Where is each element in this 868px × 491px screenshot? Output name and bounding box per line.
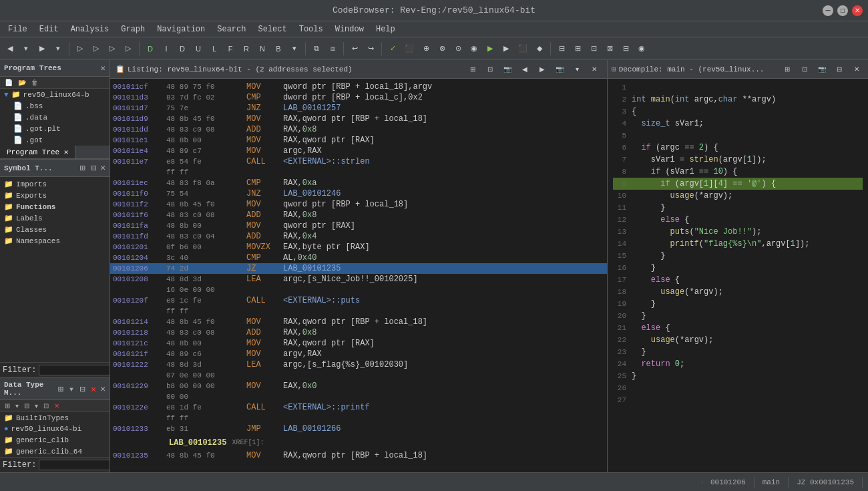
tb-misc1[interactable]: ⊟ [554, 41, 569, 56]
listing-content[interactable]: 001011cf 48 89 75 f0 MOV qword ptr [RBP … [110, 79, 607, 472]
table-row[interactable]: 0010121c 48 8b 00 MOV RAX,qword ptr [RAX… [110, 338, 607, 349]
tb-misc6[interactable]: ◉ [634, 41, 649, 56]
listing-btn2[interactable]: ⊡ [483, 62, 497, 77]
menu-select[interactable]: Select [252, 23, 292, 35]
table-row[interactable]: 001011d9 48 8b 45 f0 MOV RAX,qword ptr [… [110, 114, 607, 124]
listing-snapshot[interactable]: 📷 [500, 62, 515, 77]
sym-labels[interactable]: 📁Labels [0, 212, 110, 224]
dtm-btn4[interactable]: ✕ [89, 383, 97, 395]
symbol-tree-close[interactable]: ✕ [100, 162, 105, 174]
tb-diamond[interactable]: ◆ [532, 41, 547, 56]
table-row[interactable]: 001011e4 48 89 c7 MOV argc,RAX [110, 146, 607, 156]
table-row[interactable]: 001011f0 75 54 JNZ LAB_00101246 [110, 188, 607, 199]
decompiler-btn2[interactable]: ⊡ [797, 62, 812, 77]
table-row[interactable]: 00101229 b8 00 00 00 MOV EAX,0x0 [110, 381, 607, 391]
sym-imports[interactable]: 📁Imports [0, 178, 110, 190]
table-row[interactable]: 07 0e 00 00 [110, 370, 607, 381]
tb-n[interactable]: N [255, 41, 270, 56]
decompiler-snapshot[interactable]: 📷 [815, 62, 829, 77]
table-row[interactable]: 00101235 48 8b 45 f0 MOV RAX,qword ptr [… [110, 450, 607, 461]
table-row[interactable]: 00101214 48 8b 45 f0 MOV RAX,qword ptr [… [110, 317, 607, 327]
tb-s4[interactable]: ◉ [467, 41, 481, 56]
decompiler-content[interactable]: 1 2 int main(int argc,char **argv) 3 { 4… [608, 79, 868, 472]
sym-functions[interactable]: 📁Functions [0, 201, 110, 212]
tb-redo2[interactable]: ↪ [363, 41, 378, 56]
table-row[interactable]: 0010120f e8 1c fe CALL <EXTERNAL>::puts [110, 295, 607, 306]
decompiler-close[interactable]: ✕ [849, 62, 864, 77]
dtm-gclib[interactable]: 📁generic_clib [0, 434, 110, 446]
table-row[interactable]: 00101233 eb 31 JMP LAB_00101266 [110, 424, 607, 434]
table-row[interactable]: ff ff [110, 413, 607, 424]
sym-namespaces[interactable]: 📁Namespaces [0, 235, 110, 247]
tb-bookmark[interactable]: ⬛ [401, 41, 417, 56]
symbol-tree-filter[interactable] [39, 365, 110, 375]
tree-data[interactable]: 📄 .data [0, 112, 110, 123]
dtm-btn3[interactable]: ⊟ [78, 383, 86, 395]
listing-cam[interactable]: 📷 [552, 62, 567, 77]
dtm-tool5[interactable]: ⊡ [41, 401, 51, 410]
table-row-selected[interactable]: 00101206 74 2d JZ LAB_00101235 [110, 263, 607, 274]
tree-gotplt[interactable]: 📄 .got.plt [0, 123, 110, 134]
table-row[interactable]: 00101201 0f b6 00 MOVZX EAX,byte ptr [RA… [110, 242, 607, 253]
menu-window[interactable]: Window [330, 23, 369, 35]
minimize-button[interactable]: ─ [823, 5, 833, 16]
table-row[interactable]: 001011ec 48 83 f8 0a CMP RAX,0xa [110, 178, 607, 188]
tb-r[interactable]: R [239, 41, 254, 56]
tb-play[interactable]: ▶ [483, 41, 497, 56]
tb-undo2[interactable]: ↩ [347, 41, 362, 56]
tb-s2[interactable]: ⊗ [435, 41, 449, 56]
pt-new[interactable]: 📄 [3, 78, 15, 87]
tb-b[interactable]: B [271, 41, 286, 56]
table-row[interactable]: 001011dd 48 83 c0 08 ADD RAX,0x8 [110, 124, 607, 135]
tb-btn3[interactable]: ▷ [105, 41, 120, 56]
tb-undo[interactable]: D [143, 41, 158, 56]
table-row[interactable]: 001011cf 48 89 75 f0 MOV qword ptr [RBP … [110, 81, 607, 92]
table-row[interactable]: 001011fd 48 83 c0 04 ADD RAX,0x4 [110, 231, 607, 242]
table-row[interactable]: ff ff [110, 167, 607, 178]
dtm-tool6[interactable]: ✕ [52, 401, 61, 410]
tb-d[interactable]: D [175, 41, 190, 56]
table-row[interactable]: 0010121f 48 89 c6 MOV argv,RAX [110, 349, 607, 359]
forward-button[interactable]: ▶ [35, 41, 49, 56]
dtm-builtins[interactable]: 📁BuiltInTypes [0, 412, 110, 424]
tb-misc5[interactable]: ⊟ [618, 41, 633, 56]
sym-exports[interactable]: 📁Exports [0, 190, 110, 201]
forward-dropdown[interactable]: ▾ [51, 41, 65, 56]
menu-edit[interactable]: Edit [34, 23, 64, 35]
tb-check[interactable]: ✓ [385, 41, 400, 56]
tb-btn4[interactable]: ▷ [121, 41, 136, 56]
listing-nav1[interactable]: ◀ [517, 62, 532, 77]
table-row[interactable]: 001011fa 48 8b 00 MOV qword ptr [RAX] [110, 220, 607, 231]
menu-graph[interactable]: Graph [116, 23, 150, 35]
menu-file[interactable]: File [3, 23, 33, 35]
dtm-btn2[interactable]: ▾ [67, 383, 75, 395]
pt-open[interactable]: 📂 [16, 78, 28, 87]
back-dropdown[interactable]: ▾ [19, 41, 33, 56]
listing-btn1[interactable]: ⊞ [465, 62, 480, 77]
table-row[interactable]: 16 0e 00 00 [110, 285, 607, 295]
table-row[interactable]: 001011d3 83 7d fc 02 CMP dword ptr [RBP … [110, 92, 607, 103]
listing-drop[interactable]: ▾ [570, 62, 584, 77]
table-row[interactable]: 001011f2 48 8b 45 f0 MOV qword ptr [RBP … [110, 199, 607, 210]
listing-nav2[interactable]: ▶ [535, 62, 550, 77]
tb-stop[interactable]: ⬛ [515, 41, 531, 56]
menu-help[interactable]: Help [371, 23, 401, 35]
dtm-close[interactable]: ✕ [100, 383, 105, 395]
table-row[interactable]: 001011e7 e8 54 fe CALL <EXTERNAL>::strle… [110, 156, 607, 167]
menu-analysis[interactable]: Analysis [65, 23, 115, 35]
pt-del[interactable]: 🗑 [29, 78, 40, 87]
tb-l[interactable]: L [207, 41, 222, 56]
table-row[interactable]: 001011d7 75 7e JNZ LAB_00101257 [110, 103, 607, 114]
sym-tree-btn2[interactable]: ⊟ [89, 162, 97, 174]
program-trees-close[interactable]: ✕ [100, 63, 105, 73]
sym-tree-btn1[interactable]: ⊞ [78, 162, 86, 174]
tb-paste[interactable]: ⧈ [325, 41, 340, 56]
tree-bss[interactable]: 📄 .bss [0, 100, 110, 112]
dtm-filter[interactable] [39, 460, 110, 470]
table-row[interactable]: 0010122e e8 1d fe CALL <EXTERNAL>::print… [110, 402, 607, 413]
tb-misc2[interactable]: ⊞ [570, 41, 585, 56]
listing-close[interactable]: ✕ [587, 62, 602, 77]
tb-f[interactable]: F [223, 41, 238, 56]
table-row[interactable]: 00101208 48 8d 3d LEA argc,[s_Nice_Job!!… [110, 274, 607, 285]
tb-misc3[interactable]: ⊡ [586, 41, 601, 56]
